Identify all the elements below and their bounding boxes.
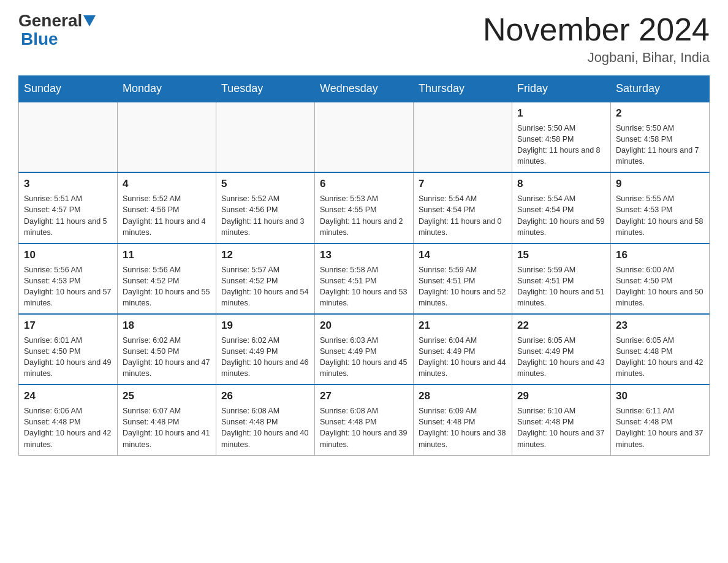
week-row-5: 24Sunrise: 6:06 AMSunset: 4:48 PMDayligh… — [19, 385, 710, 455]
location-subtitle: Jogbani, Bihar, India — [483, 50, 710, 66]
day-info: Sunrise: 5:53 AMSunset: 4:55 PMDaylight:… — [320, 193, 408, 238]
day-info: Sunrise: 5:51 AMSunset: 4:57 PMDaylight:… — [24, 193, 112, 238]
day-info: Sunrise: 6:04 AMSunset: 4:49 PMDaylight:… — [419, 335, 507, 380]
week-row-3: 10Sunrise: 5:56 AMSunset: 4:53 PMDayligh… — [19, 243, 710, 314]
calendar-cell: 12Sunrise: 5:57 AMSunset: 4:52 PMDayligh… — [216, 243, 315, 314]
calendar-cell: 17Sunrise: 6:01 AMSunset: 4:50 PMDayligh… — [19, 314, 118, 385]
day-info: Sunrise: 5:58 AMSunset: 4:51 PMDaylight:… — [320, 264, 408, 309]
day-number: 17 — [24, 318, 112, 333]
day-number: 22 — [517, 318, 605, 333]
day-number: 21 — [419, 318, 507, 333]
day-number: 25 — [123, 389, 211, 404]
day-number: 28 — [419, 389, 507, 404]
day-info: Sunrise: 5:55 AMSunset: 4:53 PMDaylight:… — [616, 193, 704, 238]
calendar-cell: 24Sunrise: 6:06 AMSunset: 4:48 PMDayligh… — [19, 385, 118, 455]
day-info: Sunrise: 6:10 AMSunset: 4:48 PMDaylight:… — [517, 405, 605, 450]
day-number: 13 — [320, 248, 408, 262]
day-info: Sunrise: 5:50 AMSunset: 4:58 PMDaylight:… — [517, 123, 605, 167]
calendar-cell: 13Sunrise: 5:58 AMSunset: 4:51 PMDayligh… — [315, 243, 414, 314]
day-number: 7 — [419, 177, 507, 191]
day-info: Sunrise: 6:05 AMSunset: 4:48 PMDaylight:… — [616, 335, 704, 380]
day-number: 23 — [616, 318, 704, 333]
day-info: Sunrise: 5:59 AMSunset: 4:51 PMDaylight:… — [517, 264, 605, 309]
day-number: 5 — [221, 177, 309, 191]
day-number: 29 — [517, 389, 605, 404]
week-row-4: 17Sunrise: 6:01 AMSunset: 4:50 PMDayligh… — [19, 314, 710, 385]
col-header-tuesday: Tuesday — [216, 76, 315, 102]
logo-blue-text: Blue — [21, 29, 58, 48]
day-number: 10 — [24, 248, 112, 262]
day-number: 11 — [123, 248, 211, 262]
week-row-2: 3Sunrise: 5:51 AMSunset: 4:57 PMDaylight… — [19, 172, 710, 243]
day-number: 14 — [419, 248, 507, 262]
col-header-saturday: Saturday — [611, 76, 710, 102]
day-info: Sunrise: 6:03 AMSunset: 4:49 PMDaylight:… — [320, 335, 408, 380]
day-number: 18 — [123, 318, 211, 333]
day-info: Sunrise: 6:08 AMSunset: 4:48 PMDaylight:… — [221, 405, 309, 450]
calendar-cell: 19Sunrise: 6:02 AMSunset: 4:49 PMDayligh… — [216, 314, 315, 385]
calendar-cell: 25Sunrise: 6:07 AMSunset: 4:48 PMDayligh… — [118, 385, 216, 455]
day-number: 3 — [24, 177, 112, 191]
calendar-cell — [216, 102, 315, 172]
calendar-cell: 28Sunrise: 6:09 AMSunset: 4:48 PMDayligh… — [414, 385, 512, 455]
calendar-cell — [19, 102, 118, 172]
day-number: 15 — [517, 248, 605, 262]
calendar-cell — [118, 102, 216, 172]
day-number: 19 — [221, 318, 309, 333]
day-number: 4 — [123, 177, 211, 191]
calendar-cell — [414, 102, 512, 172]
day-info: Sunrise: 5:57 AMSunset: 4:52 PMDaylight:… — [221, 264, 309, 309]
day-number: 26 — [221, 389, 309, 404]
day-number: 12 — [221, 248, 309, 262]
day-number: 8 — [517, 177, 605, 191]
col-header-monday: Monday — [118, 76, 216, 102]
calendar-cell: 9Sunrise: 5:55 AMSunset: 4:53 PMDaylight… — [611, 172, 710, 243]
calendar-cell: 8Sunrise: 5:54 AMSunset: 4:54 PMDaylight… — [512, 172, 611, 243]
day-info: Sunrise: 6:00 AMSunset: 4:50 PMDaylight:… — [616, 264, 704, 309]
calendar-cell: 15Sunrise: 5:59 AMSunset: 4:51 PMDayligh… — [512, 243, 611, 314]
day-number: 9 — [616, 177, 704, 191]
day-info: Sunrise: 6:11 AMSunset: 4:48 PMDaylight:… — [616, 405, 704, 450]
calendar-cell: 22Sunrise: 6:05 AMSunset: 4:49 PMDayligh… — [512, 314, 611, 385]
logo-general-text: General — [18, 12, 82, 29]
day-number: 6 — [320, 177, 408, 191]
calendar-cell: 18Sunrise: 6:02 AMSunset: 4:50 PMDayligh… — [118, 314, 216, 385]
day-info: Sunrise: 6:02 AMSunset: 4:49 PMDaylight:… — [221, 335, 309, 380]
calendar-cell: 5Sunrise: 5:52 AMSunset: 4:56 PMDaylight… — [216, 172, 315, 243]
col-header-thursday: Thursday — [414, 76, 512, 102]
day-info: Sunrise: 5:52 AMSunset: 4:56 PMDaylight:… — [123, 193, 211, 238]
calendar-cell: 1Sunrise: 5:50 AMSunset: 4:58 PMDaylight… — [512, 102, 611, 172]
day-number: 2 — [616, 106, 704, 121]
day-info: Sunrise: 6:02 AMSunset: 4:50 PMDaylight:… — [123, 335, 211, 380]
day-info: Sunrise: 6:01 AMSunset: 4:50 PMDaylight:… — [24, 335, 112, 380]
day-info: Sunrise: 6:07 AMSunset: 4:48 PMDaylight:… — [123, 405, 211, 450]
logo-triangle-icon — [83, 15, 96, 26]
day-info: Sunrise: 5:54 AMSunset: 4:54 PMDaylight:… — [517, 193, 605, 238]
calendar-cell: 29Sunrise: 6:10 AMSunset: 4:48 PMDayligh… — [512, 385, 611, 455]
day-number: 16 — [616, 248, 704, 262]
calendar-cell: 16Sunrise: 6:00 AMSunset: 4:50 PMDayligh… — [611, 243, 710, 314]
calendar-cell: 10Sunrise: 5:56 AMSunset: 4:53 PMDayligh… — [19, 243, 118, 314]
day-info: Sunrise: 6:06 AMSunset: 4:48 PMDaylight:… — [24, 405, 112, 450]
day-info: Sunrise: 5:59 AMSunset: 4:51 PMDaylight:… — [419, 264, 507, 309]
day-number: 20 — [320, 318, 408, 333]
col-header-wednesday: Wednesday — [315, 76, 414, 102]
day-info: Sunrise: 5:54 AMSunset: 4:54 PMDaylight:… — [419, 193, 507, 238]
day-info: Sunrise: 6:09 AMSunset: 4:48 PMDaylight:… — [419, 405, 507, 450]
day-info: Sunrise: 5:52 AMSunset: 4:56 PMDaylight:… — [221, 193, 309, 238]
calendar-cell: 23Sunrise: 6:05 AMSunset: 4:48 PMDayligh… — [611, 314, 710, 385]
calendar-cell: 14Sunrise: 5:59 AMSunset: 4:51 PMDayligh… — [414, 243, 512, 314]
day-number: 1 — [517, 106, 605, 121]
page-header: General Blue November 2024 Jogbani, Biha… — [18, 12, 710, 66]
day-info: Sunrise: 5:56 AMSunset: 4:52 PMDaylight:… — [123, 264, 211, 309]
col-header-friday: Friday — [512, 76, 611, 102]
day-info: Sunrise: 6:05 AMSunset: 4:49 PMDaylight:… — [517, 335, 605, 380]
month-title: November 2024 — [483, 12, 710, 47]
calendar-cell: 2Sunrise: 5:50 AMSunset: 4:58 PMDaylight… — [611, 102, 710, 172]
calendar-cell: 3Sunrise: 5:51 AMSunset: 4:57 PMDaylight… — [19, 172, 118, 243]
day-info: Sunrise: 5:56 AMSunset: 4:53 PMDaylight:… — [24, 264, 112, 309]
week-row-1: 1Sunrise: 5:50 AMSunset: 4:58 PMDaylight… — [19, 102, 710, 172]
calendar-cell: 27Sunrise: 6:08 AMSunset: 4:48 PMDayligh… — [315, 385, 414, 455]
day-info: Sunrise: 6:08 AMSunset: 4:48 PMDaylight:… — [320, 405, 408, 450]
calendar-cell: 20Sunrise: 6:03 AMSunset: 4:49 PMDayligh… — [315, 314, 414, 385]
